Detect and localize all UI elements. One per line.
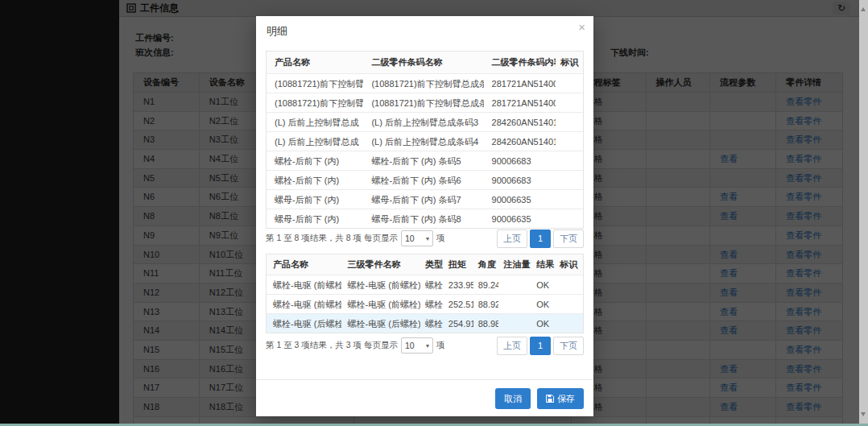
torque-table-body: 螺栓-电驱 (前螺栓)螺栓-电驱 (前螺栓) 1螺栓233.9589.24OK螺… bbox=[267, 275, 583, 333]
cell: 螺母-后前下 (内) 条码8 bbox=[363, 209, 483, 228]
cell bbox=[556, 132, 583, 151]
pagination-info: 第 1 至 3 项结果，共 3 项 每页显示 10 ▾ 项 bbox=[266, 337, 444, 354]
modal-footer: 取消 保存 bbox=[256, 379, 593, 416]
cell: 螺母-后前下 (内) 条码7 bbox=[363, 190, 483, 209]
col-angle: 角度 bbox=[473, 254, 499, 275]
cell bbox=[498, 275, 531, 294]
scroll-down-icon[interactable] bbox=[861, 412, 866, 416]
cancel-label: 取消 bbox=[504, 393, 522, 405]
cell: 螺栓-后前下 (内) 条码6 bbox=[363, 171, 483, 189]
cell: 90006635 bbox=[484, 209, 556, 228]
cell bbox=[556, 151, 583, 170]
page-1-button[interactable]: 1 bbox=[530, 230, 551, 248]
col-barcode-content: 二级零件条码内容 bbox=[484, 52, 556, 73]
torque-row: 螺栓-电驱 (前螺栓)螺栓-电驱 (前螺栓) 1螺栓233.9589.24OK bbox=[267, 275, 583, 294]
cell: 281721AN5140045 bbox=[484, 74, 556, 93]
torque-table-header: 产品名称 三级零件名称 类型 扭矩 角度 注油量 结果 标识 bbox=[267, 254, 583, 275]
cell: 螺栓-后前下 (内) bbox=[267, 151, 363, 170]
cell: 90006635 bbox=[484, 190, 556, 209]
per-page-select[interactable]: 10 ▾ bbox=[401, 337, 433, 354]
col-part-name: 三级零件名称 bbox=[341, 254, 420, 275]
barcode-row: 螺母-后前下 (内)螺母-后前下 (内) 条码890006635 bbox=[267, 209, 583, 228]
barcode-row: 螺栓-后前下 (内)螺栓-后前下 (内) 条码590006683 bbox=[267, 151, 583, 170]
cell bbox=[498, 295, 531, 313]
cell: 螺母-后前下 (内) bbox=[267, 190, 363, 209]
cell: 螺母-后前下 (内) bbox=[267, 209, 363, 228]
col-type: 类型 bbox=[420, 254, 444, 275]
barcode-row: (10881721)前下控制臂总成(10881721)前下控制臂总成条码1281… bbox=[267, 73, 583, 93]
cell: 螺栓 bbox=[420, 275, 444, 294]
cell: 88.98 bbox=[473, 314, 499, 333]
cell: OK bbox=[531, 275, 555, 294]
torque-row: 螺栓-电驱 (后螺栓)螺栓-电驱 (后螺栓) 3螺栓254.9188.98OK bbox=[267, 313, 583, 333]
cell: 螺栓 bbox=[420, 314, 444, 333]
cell bbox=[556, 74, 583, 93]
col-product-name: 产品名称 bbox=[267, 254, 341, 275]
cell bbox=[556, 190, 583, 209]
cell: 螺栓-电驱 (前螺栓) 1 bbox=[341, 275, 420, 294]
page-1-button[interactable]: 1 bbox=[530, 337, 551, 355]
barcode-table-header: 产品名称 二级零件条码名称 二级零件条码内容 标识 bbox=[267, 52, 583, 73]
save-label: 保存 bbox=[557, 393, 575, 405]
cell: 89.24 bbox=[473, 275, 499, 294]
col-torque: 扭矩 bbox=[444, 254, 473, 275]
barcode-row: 螺母-后前下 (内)螺母-后前下 (内) 条码790006635 bbox=[267, 189, 583, 209]
prev-page-button[interactable]: 上页 bbox=[497, 230, 527, 248]
barcode-table: 产品名称 二级零件条码名称 二级零件条码内容 标识 (10881721)前下控制… bbox=[266, 51, 584, 229]
pagination-info: 第 1 至 8 项结果，共 8 项 每页显示 10 ▾ 项 bbox=[266, 230, 444, 246]
barcode-row: 螺栓-后前下 (内)螺栓-后前下 (内) 条码690006683 bbox=[267, 170, 583, 189]
cell: OK bbox=[531, 295, 555, 313]
cell: 254.91 bbox=[444, 314, 473, 333]
col-result: 结果 bbox=[531, 254, 555, 275]
barcode-table-body: (10881721)前下控制臂总成(10881721)前下控制臂总成条码1281… bbox=[267, 73, 583, 228]
cell: 螺栓-电驱 (前螺栓) bbox=[267, 295, 341, 313]
chevron-down-icon: ▾ bbox=[426, 342, 429, 349]
torque-row: 螺栓-电驱 (前螺栓)螺栓-电驱 (前螺栓) 2螺栓252.5188.92OK bbox=[267, 294, 583, 313]
col-oil-amount: 注油量 bbox=[498, 254, 531, 275]
chevron-down-icon: ▾ bbox=[426, 235, 429, 242]
save-icon bbox=[546, 395, 554, 403]
col-mark: 标识 bbox=[555, 254, 583, 275]
cell: 284260AN5140110 bbox=[484, 113, 556, 131]
next-page-button[interactable]: 下页 bbox=[553, 230, 584, 248]
cell bbox=[555, 275, 583, 294]
cell: (10881721)前下控制臂总成 bbox=[267, 93, 363, 112]
cell: 螺栓 bbox=[420, 295, 444, 313]
cell: 281721AN5140044 bbox=[484, 93, 556, 112]
cell: 90006683 bbox=[484, 171, 556, 189]
scrollbar[interactable] bbox=[859, 0, 868, 424]
save-button[interactable]: 保存 bbox=[537, 388, 584, 409]
cell: (L) 后前上控制臂总成条码4 bbox=[363, 132, 483, 151]
cell: (L) 后前上控制臂总成 bbox=[267, 132, 363, 151]
cancel-button[interactable]: 取消 bbox=[495, 388, 531, 409]
cell: 螺栓-电驱 (前螺栓) bbox=[267, 275, 341, 294]
cell: 螺栓-电驱 (后螺栓) 3 bbox=[341, 314, 420, 333]
pagination-info-text: 第 1 至 8 项结果，共 8 项 每页显示 bbox=[266, 233, 398, 244]
torque-table: 产品名称 三级零件名称 类型 扭矩 角度 注油量 结果 标识 螺栓-电驱 (前螺… bbox=[266, 254, 584, 333]
cell: OK bbox=[531, 314, 555, 333]
cell: (10881721)前下控制臂总成条码2 bbox=[363, 93, 483, 112]
cell bbox=[556, 209, 583, 228]
barcode-row: (L) 后前上控制臂总成(L) 后前上控制臂总成条码4284260AN51401… bbox=[267, 131, 583, 151]
cell: 螺栓-电驱 (后螺栓) bbox=[267, 314, 341, 333]
col-mark: 标识 bbox=[556, 52, 583, 73]
cell bbox=[555, 314, 583, 333]
per-page-select[interactable]: 10 ▾ bbox=[401, 230, 433, 246]
cell bbox=[556, 171, 583, 189]
next-page-button[interactable]: 下页 bbox=[553, 337, 584, 355]
per-page-value: 10 bbox=[405, 341, 415, 350]
modal-title: 明细 bbox=[267, 24, 287, 39]
cell: (L) 后前上控制臂总成 bbox=[267, 113, 363, 131]
cell bbox=[556, 113, 583, 131]
close-icon[interactable]: × bbox=[578, 20, 585, 34]
torque-pagination: 第 1 至 3 项结果，共 3 项 每页显示 10 ▾ 项 上页 1 下页 bbox=[266, 336, 584, 355]
pagination-buttons: 上页 1 下页 bbox=[497, 230, 584, 248]
scroll-up-icon[interactable] bbox=[861, 7, 866, 11]
pagination-info-text: 第 1 至 3 项结果，共 3 项 每页显示 bbox=[266, 340, 398, 351]
cell: 螺栓-后前下 (内) bbox=[267, 171, 363, 189]
cell: (10881721)前下控制臂总成条码1 bbox=[363, 74, 483, 93]
pagination-buttons: 上页 1 下页 bbox=[497, 337, 584, 355]
screen: 工件信息 ↻ 工件编号: 班次信息: 下线时间: 设备编号 设备名称 过程标签 … bbox=[0, 0, 868, 426]
prev-page-button[interactable]: 上页 bbox=[497, 337, 527, 355]
cell: (L) 后前上控制臂总成条码3 bbox=[363, 113, 483, 131]
